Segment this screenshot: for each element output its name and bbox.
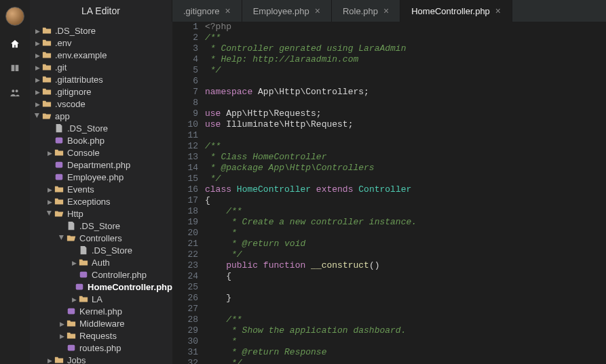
- code-line[interactable]: <?php: [205, 22, 606, 33]
- chevron-right-icon[interactable]: ▶: [48, 150, 53, 155]
- code-line[interactable]: use App\Http\Requests;: [205, 108, 606, 119]
- tree-item-department-php[interactable]: Department.php: [30, 159, 172, 171]
- code-line[interactable]: */: [205, 174, 606, 184]
- tree-item--ds_store[interactable]: .DS_Store: [30, 122, 172, 134]
- tree-item-kernel-php[interactable]: Kernel.php: [30, 305, 172, 317]
- tab-role-php[interactable]: Role.php×: [332, 0, 400, 22]
- code-line[interactable]: [205, 282, 606, 293]
- code-line[interactable]: {: [205, 195, 606, 206]
- chevron-right-icon[interactable]: ▶: [60, 235, 65, 241]
- code-line[interactable]: *: [205, 336, 606, 347]
- tree-item--ds_store[interactable]: ▶.DS_Store: [30, 24, 172, 37]
- code-line[interactable]: *: [205, 228, 606, 239]
- code-content[interactable]: <?php/** * Controller genrated using Lar…: [205, 22, 606, 364]
- tree-item-events[interactable]: ▶Events: [30, 183, 172, 195]
- chevron-right-icon[interactable]: ▶: [60, 333, 65, 338]
- tree-item-book-php[interactable]: Book.php: [30, 134, 172, 146]
- chevron-right-icon[interactable]: ▶: [72, 296, 77, 302]
- tree-item-http[interactable]: ▶Http: [30, 207, 172, 220]
- chevron-right-icon[interactable]: ▶: [35, 28, 41, 33]
- code-line[interactable]: * Controller genrated using LaraAdmin: [205, 43, 606, 54]
- code-line[interactable]: */: [205, 358, 606, 364]
- chevron-right-icon[interactable]: ▶: [35, 113, 41, 119]
- code-line[interactable]: [205, 98, 606, 108]
- book-icon[interactable]: [9, 62, 21, 75]
- code-line[interactable]: * @package App\Http\Controllers: [205, 163, 606, 174]
- code-line[interactable]: */: [205, 65, 606, 76]
- code-line[interactable]: [205, 130, 606, 141]
- tree-item-console[interactable]: ▶Console: [30, 146, 172, 159]
- users-icon[interactable]: [9, 87, 21, 99]
- code-line[interactable]: * Class HomeController: [205, 152, 606, 163]
- close-icon[interactable]: ×: [225, 5, 230, 16]
- code-line[interactable]: * Help: http://laraadmin.com: [205, 54, 606, 65]
- code-line[interactable]: {: [205, 271, 606, 282]
- tree-item-requests[interactable]: ▶Requests: [30, 329, 172, 342]
- code-line[interactable]: /**: [205, 206, 606, 217]
- tree-item-employee-php[interactable]: Employee.php: [30, 171, 172, 183]
- tree-item-routes-php[interactable]: routes.php: [30, 342, 172, 354]
- tree-item--gitattributes[interactable]: ▶.gitattributes: [30, 73, 172, 85]
- chevron-right-icon[interactable]: ▶: [35, 64, 41, 70]
- tree-item--gitignore[interactable]: ▶.gitignore: [30, 85, 172, 98]
- code-line[interactable]: namespace App\Http\Controllers;: [205, 87, 606, 98]
- code-line[interactable]: * @return Response: [205, 347, 606, 358]
- chevron-right-icon[interactable]: ▶: [48, 357, 53, 363]
- code-line[interactable]: public function __construct(): [205, 260, 606, 271]
- code-line[interactable]: * Create a new controller instance.: [205, 217, 606, 228]
- chevron-right-icon[interactable]: ▶: [72, 260, 77, 265]
- chevron-right-icon[interactable]: ▶: [35, 101, 41, 106]
- code-line[interactable]: */: [205, 249, 606, 260]
- close-icon[interactable]: ×: [495, 5, 501, 16]
- tree-item-label: HomeController.php: [88, 282, 172, 292]
- code-line[interactable]: use Illuminate\Http\Request;: [205, 119, 606, 130]
- tree-item-controllers[interactable]: ▶Controllers: [30, 232, 172, 244]
- tree-item-app[interactable]: ▶app: [30, 110, 172, 122]
- tab--gitignore[interactable]: .gitignore×: [172, 0, 242, 22]
- home-icon[interactable]: [9, 38, 21, 50]
- code-line[interactable]: [205, 304, 606, 315]
- chevron-right-icon[interactable]: ▶: [35, 77, 41, 82]
- tree-item-jobs[interactable]: ▶Jobs: [30, 354, 172, 364]
- chevron-right-icon[interactable]: ▶: [35, 52, 41, 58]
- code-line[interactable]: class HomeController extends Controller: [205, 184, 606, 195]
- svg-rect-4: [76, 284, 83, 290]
- tree-item-controller-php[interactable]: Controller.php: [30, 268, 172, 281]
- tab-homecontroller-php[interactable]: HomeController.php×: [400, 0, 512, 22]
- tab-employee-php[interactable]: Employee.php×: [242, 0, 332, 22]
- close-icon[interactable]: ×: [315, 5, 320, 16]
- chevron-right-icon[interactable]: ▶: [48, 211, 53, 216]
- code-line[interactable]: /**: [205, 141, 606, 152]
- line-number: 17: [172, 195, 198, 206]
- tree-item--env[interactable]: ▶.env: [30, 37, 172, 49]
- code-editor[interactable]: 1234567891011121314151617181920212223242…: [172, 22, 606, 364]
- code-line[interactable]: * @return void: [205, 239, 606, 249]
- tree-item-homecontroller-php[interactable]: HomeController.php: [30, 281, 172, 293]
- tree-item-middleware[interactable]: ▶Middleware: [30, 317, 172, 329]
- tree-item--git[interactable]: ▶.git: [30, 61, 172, 73]
- close-icon[interactable]: ×: [383, 5, 389, 16]
- tree-item--env-example[interactable]: ▶.env.example: [30, 49, 172, 61]
- tree-item-exceptions[interactable]: ▶Exceptions: [30, 195, 172, 207]
- folder-open-icon: [67, 233, 76, 243]
- file-tree[interactable]: ▶.DS_Store▶.env▶.env.example▶.git▶.gitat…: [30, 22, 172, 364]
- code-line[interactable]: /**: [205, 33, 606, 43]
- tree-item--ds_store[interactable]: .DS_Store: [30, 220, 172, 232]
- tree-item--ds_store[interactable]: .DS_Store: [30, 244, 172, 256]
- tree-item-auth[interactable]: ▶Auth: [30, 256, 172, 268]
- code-line[interactable]: }: [205, 293, 606, 304]
- code-line[interactable]: /**: [205, 315, 606, 325]
- code-line[interactable]: [205, 76, 606, 87]
- line-number: 12: [172, 141, 198, 152]
- tree-item--vscode[interactable]: ▶.vscode: [30, 98, 172, 110]
- chevron-right-icon[interactable]: ▶: [60, 321, 65, 326]
- folder-icon: [54, 148, 64, 157]
- chevron-right-icon[interactable]: ▶: [48, 199, 53, 204]
- code-line[interactable]: * Show the application dashboard.: [205, 325, 606, 336]
- chevron-right-icon[interactable]: ▶: [48, 186, 53, 192]
- chevron-right-icon[interactable]: ▶: [35, 40, 41, 45]
- line-number: 26: [172, 293, 198, 304]
- tree-item-la[interactable]: ▶LA: [30, 293, 172, 305]
- avatar[interactable]: [5, 7, 24, 26]
- chevron-right-icon[interactable]: ▶: [35, 89, 41, 94]
